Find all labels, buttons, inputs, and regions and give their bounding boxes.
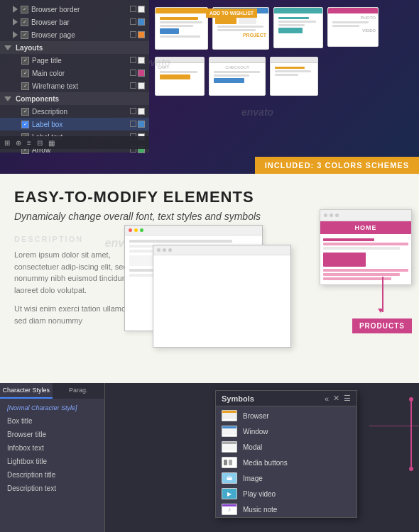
collapse-icon[interactable]: « xyxy=(325,394,329,403)
symbols-panel: Symbols « ✕ ☰ Browser xyxy=(215,390,357,518)
connector-dot-bottom xyxy=(409,467,413,471)
visibility-dot xyxy=(130,6,136,12)
color-dot xyxy=(138,70,145,77)
symbols-header: Symbols « ✕ ☰ xyxy=(216,391,357,406)
style-normal[interactable]: [Normal Character Style] xyxy=(0,401,104,414)
wireframe-area: PROJECT PHOTO VIDEO CART xyxy=(149,0,419,160)
visibility-dot xyxy=(130,31,136,38)
main-title: EASY-TO-MODIFY ELEMENTS xyxy=(14,188,405,206)
layer-checkbox[interactable]: ✓ xyxy=(21,31,28,39)
symbol-play-video[interactable]: ▶ Play video xyxy=(216,486,357,501)
layer-item[interactable]: ✓ Browser border xyxy=(0,3,149,16)
expand-icon xyxy=(4,45,11,50)
color-dot xyxy=(138,121,145,128)
layer-checkbox[interactable]: ✓ xyxy=(21,6,28,13)
style-box-title[interactable]: Box title xyxy=(0,414,104,428)
layer-group-layouts[interactable]: Layouts xyxy=(0,41,149,54)
tab-character-styles[interactable]: Character Styles xyxy=(0,383,53,399)
layer-item[interactable]: ✓ Wireframe text xyxy=(0,79,149,92)
symbol-image-label: Image xyxy=(243,475,263,482)
toolbar-icon4: ⊟ xyxy=(37,139,43,147)
symbol-media-buttons[interactable]: Media buttons xyxy=(216,455,357,470)
layer-checkbox[interactable]: ✓ xyxy=(21,57,29,65)
tab-paragraph[interactable]: Parag. xyxy=(53,383,105,399)
symbol-window-label: Window xyxy=(243,428,268,436)
symbol-music-note[interactable]: ♪ Music note xyxy=(216,501,357,517)
layer-group-components[interactable]: Components xyxy=(0,92,149,105)
symbols-controls: « ✕ ☰ xyxy=(325,394,351,403)
layer-item[interactable]: ✓ Browser bar xyxy=(0,16,149,28)
media-buttons-icon xyxy=(222,457,237,468)
layer-item[interactable]: ✓ Page title xyxy=(0,54,149,67)
layer-item[interactable]: ✓ Browser page xyxy=(0,28,149,41)
toolbar-icon5: ▦ xyxy=(48,139,55,147)
connector-line xyxy=(410,397,412,468)
wireframe-card xyxy=(273,7,323,48)
style-lightbox-title[interactable]: Lightbox title xyxy=(0,455,104,468)
color-dot xyxy=(138,108,145,115)
color-dot xyxy=(138,57,145,64)
symbol-media-buttons-label: Media buttons xyxy=(243,459,288,467)
middle-section: EASY-TO-MODIFY ELEMENTS Dynamicaly chang… xyxy=(0,174,419,383)
symbol-modal[interactable]: Modal xyxy=(216,439,357,455)
home-content xyxy=(320,234,411,284)
symbol-window[interactable]: Window xyxy=(216,423,357,439)
visibility-dot xyxy=(130,108,136,114)
layer-checkbox[interactable]: ✓ xyxy=(21,82,29,90)
layer-checkbox[interactable]: ✓ xyxy=(21,108,29,116)
symbols-list: Browser Window Modal xyxy=(216,406,357,519)
symbol-music-note-label: Music note xyxy=(243,506,277,514)
layer-checkbox[interactable]: ✓ xyxy=(21,70,29,77)
home-banner: HOME xyxy=(320,221,411,234)
color-schemes-badge: INCLUDED: 3 COLORS SCHEMES xyxy=(255,157,419,174)
symbol-image[interactable]: 🏔 Image xyxy=(216,470,357,486)
layer-item[interactable]: ✓ Description xyxy=(0,105,149,118)
visibility-dot xyxy=(130,18,136,25)
right-panel: Symbols « ✕ ☰ Browser xyxy=(105,383,419,532)
style-description-title[interactable]: Description title xyxy=(0,468,104,482)
bottom-section: Character Styles Parag. [Normal Characte… xyxy=(0,383,419,532)
wireframe-card xyxy=(155,7,208,50)
color-dot xyxy=(138,18,145,26)
connector-h-line xyxy=(369,426,419,426)
modal-icon xyxy=(222,441,237,453)
visibility-dot xyxy=(130,82,136,89)
layer-item[interactable]: ✓ Main color xyxy=(0,67,149,79)
home-browser-bar xyxy=(320,210,411,221)
toolbar-icon3: ≡ xyxy=(27,139,31,147)
symbol-browser-label: Browser xyxy=(243,412,269,420)
toolbar-icon1: ⊞ xyxy=(4,139,10,147)
connector-dot-top xyxy=(409,397,413,401)
browser-icon xyxy=(222,410,237,421)
browser-mockup-front xyxy=(153,245,291,348)
character-styles-panel: Character Styles Parag. [Normal Characte… xyxy=(0,383,105,532)
expand-icon xyxy=(13,6,18,13)
add-to-wishlist-badge: ADD TO WISHLIST xyxy=(206,9,257,18)
expand-icon xyxy=(13,31,18,38)
style-browser-title[interactable]: Browser title xyxy=(0,428,104,441)
layer-checkbox[interactable]: ✓ xyxy=(21,121,29,128)
symbol-modal-label: Modal xyxy=(243,443,262,451)
symbol-play-video-label: Play video xyxy=(243,490,276,498)
color-dot xyxy=(138,31,145,38)
color-dot xyxy=(138,82,145,89)
wireframe-card: PHOTO VIDEO xyxy=(327,7,379,47)
close-icon[interactable]: ✕ xyxy=(333,394,339,403)
menu-icon[interactable]: ☰ xyxy=(344,394,351,403)
layer-checkbox[interactable]: ✓ xyxy=(21,18,28,26)
layer-item[interactable]: ✓ Label box xyxy=(0,118,149,131)
top-section: ✓ Browser border ✓ Browser bar ✓ Browser… xyxy=(0,0,419,174)
character-styles-list: [Normal Character Style] Box title Brows… xyxy=(0,399,104,498)
products-label: PRODUCTS xyxy=(352,318,412,333)
symbol-browser[interactable]: Browser xyxy=(216,408,357,423)
panel-tabs: Character Styles Parag. xyxy=(0,383,104,399)
layer-panel: ✓ Browser border ✓ Browser bar ✓ Browser… xyxy=(0,0,149,153)
expand-icon xyxy=(4,96,11,101)
image-icon: 🏔 xyxy=(222,472,237,484)
expand-icon xyxy=(13,18,18,26)
arrow-line-vertical xyxy=(382,277,383,312)
layer-toolbar: ⊞ ⊕ ≡ ⊟ ▦ xyxy=(0,136,149,149)
style-description-text[interactable]: Description text xyxy=(0,482,104,495)
style-infobox-text[interactable]: Infobox text xyxy=(0,441,104,455)
wireframe-card xyxy=(270,57,318,96)
